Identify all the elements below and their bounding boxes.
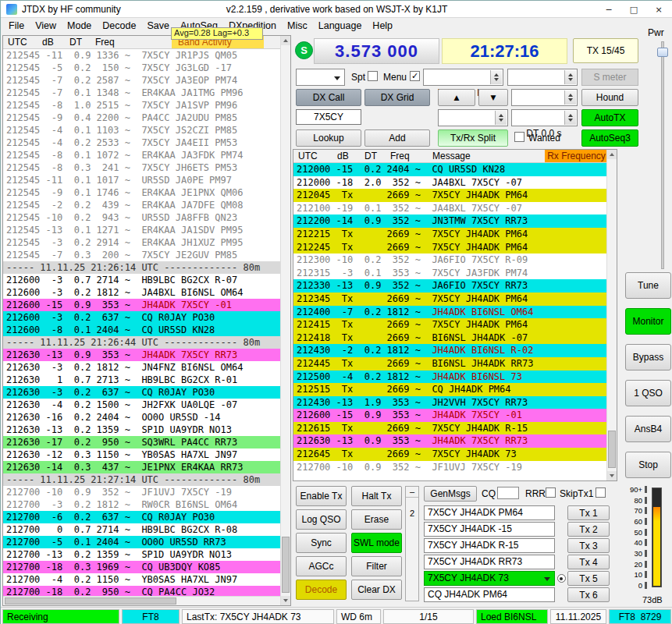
decode-row[interactable]: 212630 -13 0.2 1359 ~ SP1D UA9YDR NO13 (3, 424, 280, 436)
spinner-arrows-icon[interactable] (564, 70, 576, 84)
decode-row[interactable]: 212545 -4 0.1 1103 ~ 7X5CY JS2CZI PM85 (3, 124, 280, 136)
decode-row[interactable]: 212545 -7 0.2 2587 ~ 7X5CY JA3EOP PM74 (3, 74, 280, 87)
menu-misc[interactable]: Misc (282, 20, 313, 32)
decode-row[interactable]: 212700 -6 0.2 637 ~ CQ R0JAY PO30 (3, 511, 280, 523)
tx5-button[interactable]: Tx 5 (567, 571, 610, 586)
decode-row[interactable]: 212700 -10 0.9 352 ~ JF1UVJ 7X5CY -19 (293, 461, 606, 474)
tx3-message-field[interactable]: 7X5CY JH4ADK R-15 (424, 538, 555, 553)
cq-modifier-input[interactable] (497, 487, 519, 499)
filter-button[interactable]: Filter (351, 556, 402, 576)
decode-row[interactable]: 212330 -13 0.9 352 ~ JA6FIO 7X5CY RR73 (293, 279, 606, 292)
tx2-message-field[interactable]: 7X5CY JH4ADK -15 (424, 522, 555, 537)
agcc-button[interactable]: AGCc (296, 556, 347, 576)
decode-row[interactable]: 212700 -10 0.9 352 ~ JF1UVJ 7X5CY -19 (3, 486, 280, 498)
dx-grid-button[interactable]: DX Grid (364, 89, 430, 106)
selector-minus[interactable]: – (406, 487, 418, 498)
periods-selector[interactable]: – 2 (405, 486, 419, 601)
decode-row[interactable]: 212545 -3 0.2 2914 ~ ER4KAA JH1XUZ PM95 (3, 236, 280, 249)
monitor-button[interactable]: Monitor (625, 308, 671, 335)
decode-row[interactable]: 212000 -15 0.2 2404 ~ CQ UR5SD KN28 (293, 163, 606, 176)
band-activity-hscrollbar[interactable] (3, 596, 280, 605)
spinner-arrows-icon[interactable] (564, 90, 576, 105)
scroll-down-icon[interactable] (607, 471, 617, 480)
decode-row[interactable]: 212215 Tx 2669 ~ 7X5CY JH4ADK PM64 (293, 228, 606, 241)
tx-period-button[interactable]: TX 15/45 (573, 38, 638, 63)
dt-spinner[interactable]: DT 0.0 s (511, 109, 578, 126)
decode-row[interactable]: 212430 -2 0.2 1812 ~ JH4ADK BI6NSL R-02 (293, 344, 606, 357)
decode-row[interactable]: 212545 -8 0.3 241 ~ 7X5CY JH6ETS PM53 (3, 161, 280, 174)
decode-row[interactable]: 212545 -11 0.1 1017 ~ UR5SD JA0PE PM97 (3, 174, 280, 186)
decode-row[interactable]: 212600 -3 0.7 2714 ~ HB9LBC BG2CX R-07 (3, 274, 280, 286)
pwr-slider[interactable] (657, 41, 668, 269)
hound-button[interactable]: Hound (581, 89, 638, 106)
clear-dx-button[interactable]: Clear DX (351, 580, 402, 600)
decode-row[interactable]: 212000 -18 2.0 352 ~ JA4BXL 7X5CY -07 (293, 176, 606, 190)
decode-row[interactable]: 212700 -13 0.2 1359 ~ SP1D UA9YDR NO13 (3, 548, 280, 561)
decode-row[interactable]: 212545 -7 0.3 200 ~ 7X5CY JE2GUV PM85 (3, 249, 280, 261)
menu-save[interactable]: Save (141, 20, 175, 32)
erase-button[interactable]: Erase (351, 509, 402, 530)
decode-row[interactable]: 212630 1 0.7 2713 ~ HB9LBC BG2CX R-01 (3, 374, 280, 386)
decode-row[interactable]: 212630 -14 0.3 437 ~ JE1PNX ER4KAA RR73 (3, 461, 280, 473)
stop-button[interactable]: Stop (625, 452, 671, 478)
decode-row[interactable]: 212700 -18 0.3 1969 ~ CQ UB3DQY KO85 (3, 561, 280, 573)
band-select[interactable]: 80m (296, 69, 345, 86)
decode-row[interactable]: 212515 Tx 2669 ~ CQ JH4ADK PM64 (293, 383, 606, 396)
sync-button[interactable]: Sync (296, 533, 347, 553)
scroll-up-icon[interactable] (281, 36, 290, 45)
spinner-arrows-icon[interactable] (490, 70, 502, 84)
decode-row[interactable]: 212600 -8 0.1 2404 ~ CQ UR5SD KN28 (3, 324, 280, 336)
decode-row[interactable]: 212645 Tx 2669 ~ 7X5CY JH4ADK 73 (293, 448, 606, 461)
tx5-message-field[interactable]: 7X5CY JH4ADK 73 (424, 571, 555, 586)
rx-offset-spinner[interactable]: Rx 352 Hz (438, 109, 508, 126)
tx6-button[interactable]: Tx 6 (567, 587, 610, 602)
scroll-up-icon[interactable] (607, 150, 617, 159)
decode-row[interactable]: 212545 -4 0.2 2533 ~ 7X5CY JA4EII PM53 (3, 136, 280, 149)
scroll-down-icon[interactable] (281, 596, 290, 605)
decode-row[interactable]: 212630 -17 0.2 950 ~ SQ3WRL PA4CC RR73 (3, 436, 280, 448)
decode-row[interactable]: 212600 -3 0.2 637 ~ CQ R0JAY PO30 (3, 311, 280, 324)
decode-row[interactable]: 212545 -9 0.4 2200 ~ PA4CC JA2UDU PM85 (3, 112, 280, 124)
decode-row[interactable]: 212630 -16 0.2 2404 ~ OO0O UR5SD -14 (3, 411, 280, 424)
tx4-button[interactable]: Tx 4 (567, 555, 610, 569)
decode-row[interactable]: 212545 -13 0.1 1271 ~ ER4KAA JA1SDV PM95 (3, 224, 280, 236)
menu-mode[interactable]: Mode (62, 20, 97, 32)
clip-level-spinner[interactable]: CL 100 % (511, 89, 578, 106)
rx-frequency-scrollbar[interactable] (606, 150, 617, 480)
spinner-arrows-icon[interactable] (495, 111, 507, 125)
decode-row[interactable]: 212200 -14 0.9 352 ~ JN3TMW 7X5CY RR73 (293, 214, 606, 228)
decode-row[interactable]: 212445 Tx 2669 ~ BI6NSL JH4ADK RR73 (293, 357, 606, 370)
decode-row[interactable]: 212545 -2 0.2 439 ~ ER4KAA JA7DFE QM08 (3, 199, 280, 211)
menu-file[interactable]: File (3, 20, 30, 32)
decode-row[interactable]: 212700 0 0.7 2714 ~ HB9LBC BG2CX R-08 (3, 523, 280, 536)
decode-row[interactable]: 212700 -3 0.2 1812 ~ RW0CR BI6NSL OM64 (3, 498, 280, 511)
tx-offset-spinner[interactable]: Tx 2669 Hz (423, 69, 503, 86)
period-separator-row[interactable]: ----- 11.11.25 21:26:14 UTC ------------… (3, 261, 280, 274)
close-icon[interactable]: × (646, 1, 671, 18)
decode-row[interactable]: 212615 Tx 2669 ~ 7X5CY JH4ADK R-15 (293, 422, 606, 435)
scrollbar-thumb[interactable] (282, 537, 290, 593)
decode-row[interactable]: 212545 -7 0.1 1348 ~ ER4KAA JA1TMG PM96 (3, 87, 280, 99)
swl-mode-button[interactable]: SWL mode (351, 533, 402, 553)
autotx-button[interactable]: AutoTX (581, 109, 638, 126)
spt-checkbox[interactable] (368, 71, 378, 81)
wanted-checkbox[interactable] (514, 132, 524, 142)
decode-row[interactable]: 212545 -8 0.1 1072 ~ ER4KAA JA3FDK PM74 (3, 149, 280, 161)
decode-row[interactable]: 212545 -9 0.1 1746 ~ ER4KAA JE1PNX QM06 (3, 186, 280, 199)
decode-button[interactable]: Decode (296, 580, 347, 600)
menu-help[interactable]: Help (367, 20, 398, 32)
decode-row[interactable]: 212545 -11 0.9 1336 ~ 7X5CY JR1PJS QM05 (3, 49, 280, 62)
decode-row[interactable]: 212630 -3 0.2 637 ~ CQ R0JAY PO30 (3, 386, 280, 399)
log-qso-button[interactable]: Log QSO (296, 509, 347, 530)
decode-row[interactable]: 212415 Tx 2669 ~ 7X5CY JH4ADK PM64 (293, 318, 606, 332)
decode-row[interactable]: 212630 -13 0.9 353 ~ JH4ADK 7X5CY RR73 (293, 434, 606, 448)
freq-down-button[interactable]: ▼ (478, 89, 508, 106)
decode-row[interactable]: 212430 -13 1.9 353 ~ JH2VVH 7X5CY RR73 (293, 396, 606, 410)
decode-row[interactable]: 212600 -3 0.2 1812 ~ JA4BXL BI6NSL OM64 (3, 286, 280, 299)
decode-row[interactable]: 212600 -15 0.9 353 ~ JH4ADK 7X5CY -01 (3, 299, 280, 311)
decode-row[interactable]: 212545 -10 0.2 943 ~ UR5SD JA8FFB QN23 (3, 211, 280, 224)
tx4-message-field[interactable]: 7X5CY JH4ADK RR73 (424, 555, 555, 569)
next-message-radio[interactable] (557, 574, 566, 583)
ansb4-button[interactable]: AnsB4 (625, 416, 671, 442)
decode-row[interactable]: 212100 -19 0.1 352 ~ JA4BXL 7X5CY -07 (293, 202, 606, 215)
